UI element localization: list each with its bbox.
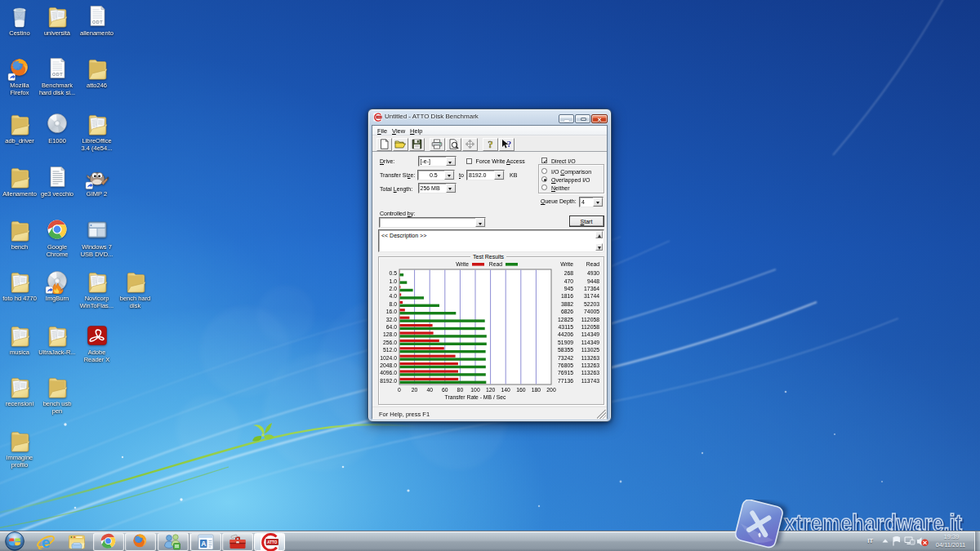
svg-text:44206: 44206 bbox=[558, 331, 573, 337]
svg-text:17364: 17364 bbox=[584, 286, 599, 291]
svg-text:6826: 6826 bbox=[561, 309, 573, 314]
svg-text:113025: 113025 bbox=[581, 347, 599, 353]
svg-text:52203: 52203 bbox=[584, 301, 599, 307]
svg-text:43115: 43115 bbox=[559, 324, 574, 330]
svg-text:100: 100 bbox=[470, 387, 480, 393]
svg-text:Write: Write bbox=[560, 261, 573, 267]
svg-text:76805: 76805 bbox=[558, 362, 573, 368]
svg-text:16.0: 16.0 bbox=[386, 309, 397, 314]
svg-text:128.0: 128.0 bbox=[383, 331, 397, 337]
svg-text:0: 0 bbox=[398, 387, 401, 393]
svg-text:ATTO: ATTO bbox=[376, 116, 381, 118]
svg-text:77136: 77136 bbox=[558, 378, 573, 384]
svg-text:114349: 114349 bbox=[581, 340, 599, 345]
svg-text:64.0: 64.0 bbox=[386, 324, 397, 330]
svg-text:256.0: 256.0 bbox=[383, 340, 397, 345]
svg-text:0.5: 0.5 bbox=[390, 270, 398, 276]
svg-text:112058: 112058 bbox=[581, 324, 599, 330]
svg-text:74005: 74005 bbox=[584, 309, 599, 314]
svg-text:9448: 9448 bbox=[587, 278, 599, 284]
svg-text:140: 140 bbox=[501, 387, 511, 393]
svg-text:32.0: 32.0 bbox=[386, 317, 397, 322]
svg-text:4930: 4930 bbox=[587, 270, 599, 276]
svg-text:180: 180 bbox=[532, 387, 541, 393]
svg-text:?: ? bbox=[488, 139, 493, 149]
svg-text:470: 470 bbox=[564, 278, 574, 284]
svg-text:8.0: 8.0 bbox=[390, 301, 398, 307]
svg-text:3882: 3882 bbox=[561, 301, 573, 307]
svg-text:?: ? bbox=[506, 139, 511, 149]
svg-text:8192.0: 8192.0 bbox=[380, 378, 397, 384]
svg-text:Read: Read bbox=[489, 261, 502, 267]
svg-text:51909: 51909 bbox=[558, 340, 573, 345]
svg-text:e: e bbox=[42, 534, 51, 551]
svg-text:1816: 1816 bbox=[561, 293, 573, 299]
svg-text:160: 160 bbox=[516, 387, 526, 393]
svg-text:113263: 113263 bbox=[581, 362, 599, 368]
svg-text:4096.0: 4096.0 bbox=[380, 370, 397, 375]
svg-text:1024.0: 1024.0 bbox=[380, 355, 397, 361]
svg-text:113743: 113743 bbox=[581, 378, 599, 384]
svg-text:58355: 58355 bbox=[558, 347, 573, 353]
svg-text:1.0: 1.0 bbox=[390, 278, 398, 284]
svg-text:120: 120 bbox=[486, 387, 496, 393]
svg-text:40: 40 bbox=[426, 387, 433, 393]
svg-text:Read: Read bbox=[586, 261, 599, 267]
svg-text:114349: 114349 bbox=[581, 331, 599, 337]
svg-text:A: A bbox=[201, 540, 206, 548]
svg-text:12825: 12825 bbox=[558, 317, 573, 322]
svg-text:2048.0: 2048.0 bbox=[380, 362, 397, 368]
svg-text:112058: 112058 bbox=[581, 317, 599, 322]
svg-text:512.0: 512.0 bbox=[383, 347, 397, 353]
svg-text:268: 268 bbox=[564, 270, 574, 276]
svg-text:Transfer Rate - MB / Sec: Transfer Rate - MB / Sec bbox=[445, 394, 507, 400]
svg-text:ATTO: ATTO bbox=[267, 540, 278, 544]
svg-text:80: 80 bbox=[457, 387, 464, 393]
svg-text:73242: 73242 bbox=[558, 355, 573, 361]
svg-text:113263: 113263 bbox=[581, 355, 599, 361]
svg-text:4.0: 4.0 bbox=[390, 293, 398, 299]
svg-text:945: 945 bbox=[564, 286, 574, 291]
svg-text:20: 20 bbox=[412, 387, 418, 393]
svg-text:200: 200 bbox=[546, 387, 556, 393]
svg-text:76915: 76915 bbox=[558, 370, 573, 375]
svg-text:113263: 113263 bbox=[581, 370, 599, 375]
svg-text:Write: Write bbox=[456, 261, 469, 267]
svg-text:2.0: 2.0 bbox=[390, 286, 398, 291]
svg-text:31744: 31744 bbox=[584, 293, 599, 299]
svg-text:60: 60 bbox=[442, 387, 448, 393]
